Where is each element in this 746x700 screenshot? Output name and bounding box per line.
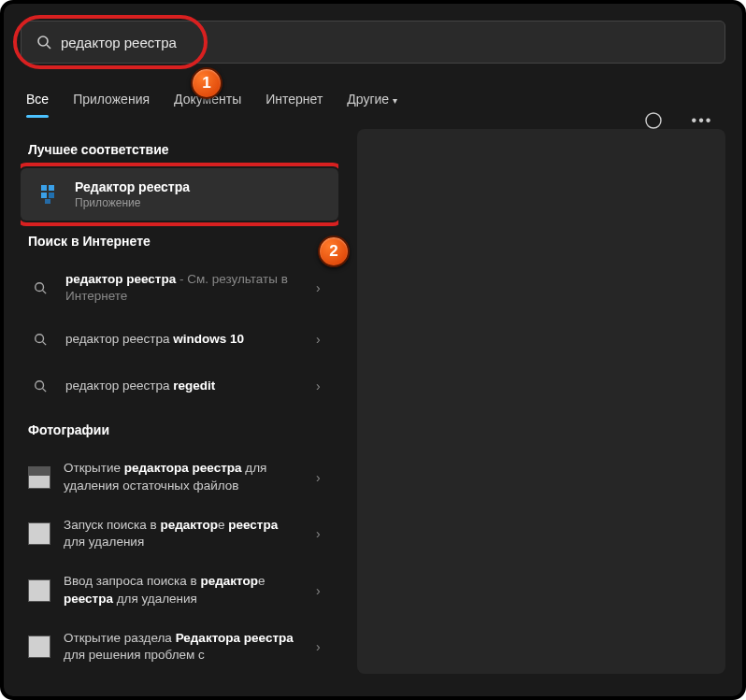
chevron-down-icon: ▾ <box>393 95 397 106</box>
search-icon <box>28 327 52 351</box>
tab-documents[interactable]: Документы <box>174 86 241 120</box>
svg-rect-7 <box>45 199 50 204</box>
account-icon[interactable] <box>638 105 669 136</box>
chevron-right-icon: › <box>316 332 331 347</box>
photo-result[interactable]: Открытие раздела Редактора реестра для р… <box>21 619 338 674</box>
svg-point-12 <box>36 381 44 390</box>
svg-line-13 <box>43 389 47 393</box>
chevron-right-icon: › <box>316 639 331 654</box>
section-photos: Фотографии <box>28 422 338 437</box>
thumbnail-icon <box>28 579 50 602</box>
tab-apps[interactable]: Приложения <box>73 86 150 120</box>
result-text: Открытие раздела Редактора реестра для р… <box>64 630 303 664</box>
search-box[interactable] <box>21 21 725 64</box>
svg-point-8 <box>36 283 44 292</box>
svg-point-10 <box>36 335 44 343</box>
ellipsis-icon: ••• <box>692 112 713 129</box>
results-column: Лучшее соответствие Редактор реестра При… <box>21 129 338 674</box>
photo-result[interactable]: Запуск поиска в редакторе реестра для уд… <box>21 506 338 562</box>
svg-rect-5 <box>41 193 47 198</box>
web-result[interactable]: редактор реестра - См. результаты в Инте… <box>21 260 338 316</box>
svg-point-2 <box>646 113 661 128</box>
best-match-subtitle: Приложение <box>75 196 190 209</box>
search-input[interactable] <box>61 35 710 50</box>
chevron-right-icon: › <box>316 526 331 541</box>
tab-more[interactable]: Другие▾ <box>347 86 397 120</box>
chevron-right-icon: › <box>316 379 331 393</box>
svg-rect-6 <box>49 193 54 198</box>
regedit-icon <box>34 180 62 208</box>
chevron-right-icon: › <box>316 280 331 295</box>
svg-line-1 <box>47 45 50 49</box>
svg-rect-4 <box>49 185 54 191</box>
result-text: редактор реестра - См. результаты в Инте… <box>65 271 303 305</box>
thumbnail-icon <box>28 636 50 658</box>
chevron-right-icon: › <box>316 470 331 485</box>
tab-all[interactable]: Все <box>26 86 49 120</box>
search-icon <box>36 35 51 50</box>
result-text: Открытие редактора реестра для удаления … <box>64 460 303 493</box>
thumbnail-icon <box>28 522 50 545</box>
tab-internet[interactable]: Интернет <box>265 86 323 120</box>
svg-point-0 <box>38 36 48 46</box>
photo-result[interactable]: Открытие редактора реестра для удаления … <box>21 449 338 505</box>
result-text: Ввод запроса поиска в редакторе реестра … <box>64 573 303 607</box>
preview-pane <box>357 129 725 674</box>
thumbnail-icon <box>28 466 50 489</box>
best-match-title: Редактор реестра <box>75 179 190 194</box>
more-options-button[interactable]: ••• <box>686 105 718 136</box>
web-result[interactable]: редактор реестра regedit › <box>21 363 338 409</box>
web-result[interactable]: редактор реестра windows 10 › <box>21 316 338 363</box>
chevron-right-icon: › <box>316 583 331 598</box>
search-panel: Все Приложения Документы Интернет Другие… <box>0 0 746 700</box>
filter-tabs: Все Приложения Документы Интернет Другие… <box>26 86 720 120</box>
result-text: Запуск поиска в редакторе реестра для уд… <box>64 517 303 550</box>
svg-line-11 <box>43 342 47 346</box>
result-text: редактор реестра windows 10 <box>65 331 303 348</box>
section-web: Поиск в Интернете <box>28 234 338 249</box>
svg-rect-3 <box>41 185 47 191</box>
search-icon <box>28 276 52 300</box>
svg-line-9 <box>43 291 47 294</box>
section-best-match: Лучшее соответствие <box>28 142 338 157</box>
best-match-item[interactable]: Редактор реестра Приложение <box>21 168 338 221</box>
photo-result[interactable]: Ввод запроса поиска в редакторе реестра … <box>21 562 338 618</box>
search-icon <box>28 374 52 398</box>
result-text: редактор реестра regedit <box>65 378 303 394</box>
